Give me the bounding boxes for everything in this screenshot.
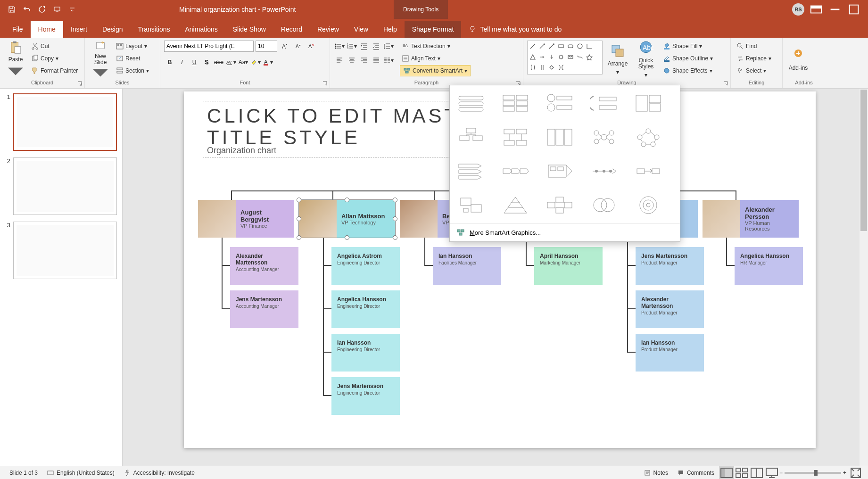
replace-button[interactable]: Replace ▾ xyxy=(735,53,773,64)
vertical-scrollbar[interactable] xyxy=(860,89,868,466)
smartart-option-13[interactable] xyxy=(588,159,620,183)
smartart-option-11[interactable] xyxy=(500,159,531,183)
smartart-option-14[interactable] xyxy=(633,159,664,183)
slideshow-view-button[interactable] xyxy=(764,466,779,479)
minimize-button[interactable] xyxy=(828,2,842,17)
sub-card[interactable]: Alexander MartenssonAccounting Manager xyxy=(230,247,298,285)
smartart-option-7[interactable] xyxy=(544,125,575,149)
slide-counter[interactable]: Slide 1 of 3 xyxy=(5,470,42,476)
vp-card-0[interactable]: August Berggvist VP Finance xyxy=(198,200,294,238)
sub-card[interactable]: Angelica AstromEngineering Director xyxy=(331,247,400,285)
strikethrough-button[interactable]: abc xyxy=(213,57,224,68)
accessibility-status[interactable]: Accessibility: Investigate xyxy=(119,470,199,476)
qat-customize-button[interactable] xyxy=(65,2,79,17)
smartart-option-8[interactable] xyxy=(588,125,620,149)
sub-card[interactable]: Angelica HanssonEngineering Director xyxy=(331,290,400,328)
smartart-option-1[interactable] xyxy=(500,91,531,116)
sub-card[interactable]: Jens MartenssonProduct Manager xyxy=(636,247,704,285)
align-left-button[interactable] xyxy=(334,55,345,66)
copy-button[interactable]: Copy ▾ xyxy=(29,53,80,64)
paste-button[interactable]: Paste xyxy=(4,41,27,78)
user-avatar[interactable]: RS xyxy=(792,3,804,16)
tab-help[interactable]: Help xyxy=(376,21,405,38)
fit-to-window-button[interactable] xyxy=(848,466,863,479)
language-status[interactable]: English (United States) xyxy=(42,470,119,476)
tab-file[interactable]: File xyxy=(5,21,31,38)
font-name-input[interactable] xyxy=(164,41,254,52)
smartart-option-15[interactable] xyxy=(455,193,487,217)
shape-effects-button[interactable]: Shape Effects ▾ xyxy=(661,65,715,76)
smartart-option-10[interactable] xyxy=(455,159,487,183)
normal-view-button[interactable] xyxy=(719,466,734,479)
sub-card[interactable]: Ian HanssonProduct Manager xyxy=(636,334,704,372)
highlight-button[interactable]: ▾ xyxy=(250,57,261,68)
sub-card[interactable]: Ian HanssonEngineering Director xyxy=(331,334,400,372)
addins-button[interactable]: Add-ins xyxy=(786,41,810,78)
smartart-option-9[interactable] xyxy=(633,125,664,149)
tab-view[interactable]: View xyxy=(347,21,376,38)
layout-button[interactable]: Layout ▾ xyxy=(114,41,151,52)
reset-button[interactable]: Reset xyxy=(114,53,151,64)
sub-card[interactable]: Alexander MartenssonProduct Manager xyxy=(636,290,704,328)
increase-font-button[interactable]: A xyxy=(279,41,290,52)
underline-button[interactable]: U xyxy=(189,57,200,68)
tab-shape-format[interactable]: Shape Format xyxy=(405,21,462,38)
format-painter-button[interactable]: Format Painter xyxy=(29,65,80,76)
tab-home[interactable]: Home xyxy=(31,21,63,38)
smartart-option-18[interactable] xyxy=(588,193,620,217)
sub-card[interactable]: Jens MartenssonEngineering Director xyxy=(331,377,400,415)
sub-card[interactable]: April HanssonMarketing Manager xyxy=(534,247,603,285)
clipboard-launcher[interactable] xyxy=(77,81,83,87)
zoom-slider[interactable] xyxy=(785,472,841,474)
tab-slideshow[interactable]: Slide Show xyxy=(225,21,273,38)
zoom-in-button[interactable]: + xyxy=(843,470,846,476)
char-spacing-button[interactable]: AV▾ xyxy=(225,57,237,68)
zoom-control[interactable]: − + xyxy=(779,466,863,479)
smartart-option-12[interactable] xyxy=(544,159,575,183)
italic-button[interactable]: I xyxy=(176,57,188,68)
text-direction-button[interactable]: IIAText Direction ▾ xyxy=(400,41,471,52)
maximize-button[interactable] xyxy=(847,2,861,17)
smartart-option-2[interactable] xyxy=(544,91,575,116)
redo-button[interactable] xyxy=(35,2,49,17)
tab-record[interactable]: Record xyxy=(273,21,310,38)
align-center-button[interactable] xyxy=(346,55,357,66)
notes-button[interactable]: Notes xyxy=(639,470,673,476)
zoom-out-button[interactable]: − xyxy=(779,470,783,476)
tab-animations[interactable]: Animations xyxy=(177,21,225,38)
smartart-option-16[interactable] xyxy=(500,193,531,217)
select-button[interactable]: Select ▾ xyxy=(735,65,773,76)
shape-outline-button[interactable]: Shape Outline ▾ xyxy=(661,53,715,64)
increase-indent-button[interactable] xyxy=(371,41,382,52)
reading-view-button[interactable] xyxy=(749,466,764,479)
smartart-option-17[interactable] xyxy=(544,193,575,217)
convert-smartart-button[interactable]: Convert to SmartArt ▾ xyxy=(400,65,471,76)
start-from-beginning-button[interactable] xyxy=(50,2,64,17)
undo-button[interactable] xyxy=(20,2,34,17)
slide-thumbnail-2[interactable] xyxy=(13,157,117,215)
smartart-option-19[interactable] xyxy=(633,193,664,217)
tab-insert[interactable]: Insert xyxy=(63,21,95,38)
comments-button[interactable]: Comments xyxy=(673,470,719,476)
vp-card-1[interactable]: Allan Mattsson VP Technology xyxy=(299,200,395,238)
shadow-button[interactable]: S xyxy=(201,57,212,68)
smartart-option-6[interactable] xyxy=(500,125,531,149)
new-slide-button[interactable]: New Slide xyxy=(89,41,112,78)
tab-design[interactable]: Design xyxy=(95,21,131,38)
smartart-option-4[interactable] xyxy=(633,91,664,116)
decrease-font-button[interactable]: A xyxy=(292,41,304,52)
sub-card[interactable]: Ian HanssonFacilities Manager xyxy=(433,247,501,285)
align-right-button[interactable] xyxy=(358,55,370,66)
drawing-launcher[interactable] xyxy=(723,81,729,87)
shape-fill-button[interactable]: Shape Fill ▾ xyxy=(661,41,715,52)
justify-button[interactable] xyxy=(371,55,382,66)
find-button[interactable]: Find xyxy=(735,41,773,52)
tell-me-search[interactable]: Tell me what you want to do xyxy=(461,21,569,38)
smartart-option-0[interactable] xyxy=(455,91,487,116)
slide-thumbnail-1[interactable] xyxy=(13,93,117,151)
columns-button[interactable]: ▾ xyxy=(383,55,394,66)
font-color-button[interactable]: A▾ xyxy=(262,57,273,68)
save-button[interactable] xyxy=(5,2,19,17)
smartart-option-3[interactable] xyxy=(588,91,620,116)
sorter-view-button[interactable] xyxy=(734,466,749,479)
